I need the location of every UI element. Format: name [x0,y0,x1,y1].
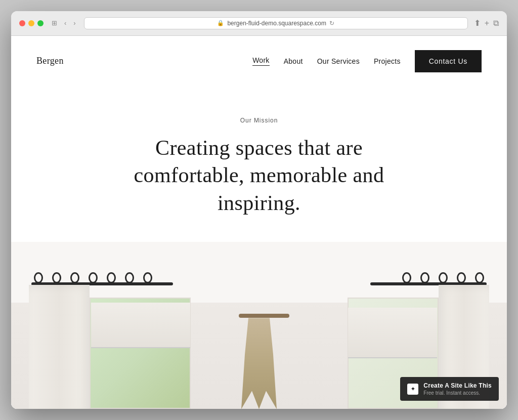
macrame-rod [239,314,289,318]
forward-icon[interactable]: › [71,18,77,28]
badge-text: Create A Site Like This Free trial. Inst… [423,382,492,396]
address-bar[interactable]: 🔒 bergen-fluid-demo.squarespace.com ↻ [84,17,468,29]
share-icon[interactable]: ⬆ [474,18,481,28]
hero-headline: Creating spaces that are comfortable, me… [133,134,385,217]
badge-title: Create A Site Like This [423,382,492,389]
reload-icon[interactable]: ↻ [329,20,334,27]
curtain-ring [420,272,429,283]
nav-link-services[interactable]: Our Services [317,57,360,65]
sidebar-toggle-icon[interactable]: ⊞ [50,18,59,28]
nav-links: Work About Our Services Projects Contact… [252,50,482,72]
macrame-body [241,318,277,409]
curtain-ring [52,272,61,283]
close-button[interactable] [19,20,25,26]
hero-image: ✦ Create A Site Like This Free trial. In… [11,242,507,409]
curtain-ring [143,272,152,283]
minimize-button[interactable] [28,20,34,26]
website-content: Bergen Work About Our Services Projects … [11,36,507,409]
curtain-ring [34,272,43,283]
curtain-left [29,285,90,409]
navbar: Bergen Work About Our Services Projects … [11,36,507,87]
curtain-ring [70,272,79,283]
curtain-ring [475,272,484,283]
roman-shade-left [91,303,190,348]
macrame-hanging [239,314,279,409]
tabs-icon[interactable]: ⧉ [493,19,499,28]
new-tab-icon[interactable]: + [485,19,489,28]
nav-link-projects[interactable]: Projects [374,57,401,65]
hero-section: Our Mission Creating spaces that are com… [11,87,507,242]
roman-shade-right [348,308,437,358]
site-logo[interactable]: Bergen [36,56,64,66]
url-text: bergen-fluid-demo.squarespace.com [227,20,326,27]
curtain-ring [402,272,411,283]
curtain-ring [107,272,116,283]
curtain-ring [125,272,134,283]
back-icon[interactable]: ‹ [62,18,68,28]
traffic-lights [19,20,44,26]
curtain-ring [457,272,466,283]
nav-link-about[interactable]: About [284,57,303,65]
badge-subtitle: Free trial. Instant access. [423,390,492,396]
browser-window: ⊞ ‹ › 🔒 bergen-fluid-demo.squarespace.co… [11,11,507,409]
curtain-ring [439,272,448,283]
contact-us-button[interactable]: Contact Us [415,50,482,72]
squarespace-badge[interactable]: ✦ Create A Site Like This Free trial. In… [400,377,499,401]
browser-nav-controls: ⊞ ‹ › [50,18,78,28]
browser-actions: ⬆ + ⧉ [474,18,499,28]
curtain-ring [89,272,98,283]
curtain-rings-right [402,272,484,283]
fullscreen-button[interactable] [37,20,44,26]
lock-icon: 🔒 [217,20,224,26]
browser-chrome: ⊞ ‹ › 🔒 bergen-fluid-demo.squarespace.co… [11,11,507,36]
room-background: ✦ Create A Site Like This Free trial. In… [11,242,507,409]
hero-tag: Our Mission [31,117,487,124]
squarespace-logo-icon: ✦ [407,384,418,395]
nav-link-work[interactable]: Work [252,56,270,66]
curtain-rings-left [34,272,152,283]
